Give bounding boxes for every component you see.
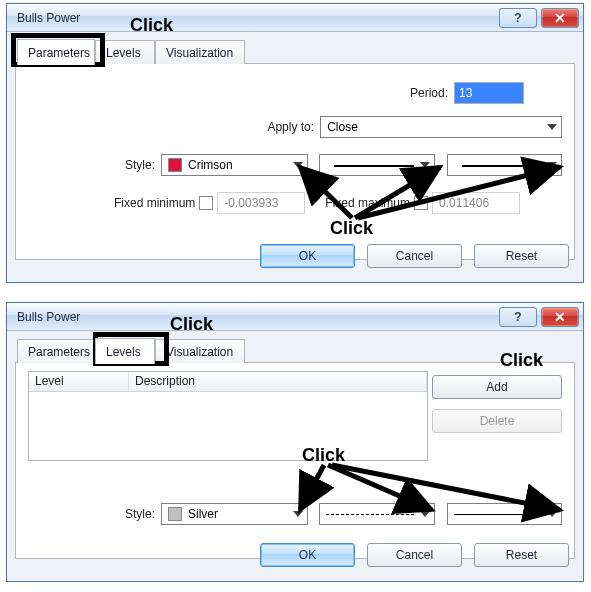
color-combo[interactable]: Crimson	[161, 154, 308, 176]
tab-levels[interactable]: Levels	[95, 40, 155, 64]
apply-to-label: Apply to:	[28, 120, 314, 134]
color-combo[interactable]: Silver	[161, 503, 308, 525]
close-button[interactable]: ✕	[541, 8, 579, 28]
reset-button[interactable]: Reset	[474, 244, 569, 268]
fixed-maximum-value[interactable]: 0.011406	[432, 192, 520, 214]
parameters-pane: Period: 13 Apply to: Close Style: Crimso…	[15, 64, 575, 260]
help-button[interactable]: ?	[499, 8, 537, 28]
style-label: Style:	[28, 507, 155, 521]
line-style-combo[interactable]	[319, 154, 434, 176]
line-style-sample	[326, 514, 413, 515]
chevron-down-icon	[420, 511, 430, 517]
ok-button[interactable]: OK	[260, 543, 355, 567]
dialog-bulls-power-levels: Bulls Power ? ✕ Parameters Levels Visual…	[6, 302, 584, 582]
titlebar[interactable]: Bulls Power ? ✕	[7, 4, 583, 32]
close-icon: ✕	[554, 11, 566, 25]
add-button[interactable]: Add	[432, 375, 562, 399]
tab-levels[interactable]: Levels	[95, 338, 155, 364]
line-width-sample	[462, 165, 541, 167]
col-description[interactable]: Description	[129, 372, 427, 391]
chevron-down-icon	[293, 511, 303, 517]
tab-parameters[interactable]: Parameters	[17, 339, 95, 363]
line-width-sample	[454, 514, 541, 515]
line-width-combo[interactable]	[447, 503, 562, 525]
reset-button[interactable]: Reset	[474, 543, 569, 567]
fixed-maximum-checkbox[interactable]	[414, 196, 428, 210]
tab-row: Parameters Levels Visualization	[15, 337, 575, 363]
color-swatch-silver	[168, 507, 182, 521]
chevron-down-icon	[547, 162, 557, 168]
tab-visualization[interactable]: Visualization	[155, 40, 245, 64]
window-title: Bulls Power	[17, 11, 80, 25]
chevron-down-icon	[293, 162, 303, 168]
period-label: Period:	[28, 86, 448, 100]
fixed-maximum-label: Fixed maximum	[325, 196, 410, 210]
line-style-combo[interactable]	[319, 503, 434, 525]
fixed-minimum-checkbox[interactable]	[199, 196, 213, 210]
chevron-down-icon	[547, 511, 557, 517]
close-button[interactable]: ✕	[541, 307, 579, 327]
titlebar[interactable]: Bulls Power ? ✕	[7, 303, 583, 331]
levels-list-header: Level Description	[29, 372, 427, 392]
col-level[interactable]: Level	[29, 372, 129, 391]
help-button[interactable]: ?	[499, 307, 537, 327]
line-style-sample	[334, 165, 413, 167]
chevron-down-icon	[547, 124, 557, 130]
style-label: Style:	[28, 158, 155, 172]
levels-list[interactable]: Level Description	[28, 371, 428, 461]
fixed-minimum-label: Fixed minimum	[114, 196, 195, 210]
tab-row: Parameters Levels Visualization	[15, 38, 575, 64]
levels-pane: Level Description Add Delete Style: Silv…	[15, 363, 575, 559]
cancel-button[interactable]: Cancel	[367, 543, 462, 567]
window-title: Bulls Power	[17, 310, 80, 324]
period-input[interactable]: 13	[454, 82, 524, 104]
dialog-bulls-power-parameters: Bulls Power ? ✕ Parameters Levels Visual…	[6, 3, 584, 283]
tab-visualization[interactable]: Visualization	[155, 339, 245, 363]
ok-button[interactable]: OK	[260, 244, 355, 268]
color-swatch-crimson	[168, 158, 182, 172]
line-width-combo[interactable]	[447, 154, 562, 176]
fixed-minimum-value[interactable]: -0.003933	[217, 192, 305, 214]
apply-to-combo[interactable]: Close	[320, 116, 562, 138]
cancel-button[interactable]: Cancel	[367, 244, 462, 268]
button-row: OK Cancel Reset	[7, 543, 583, 573]
chevron-down-icon	[420, 162, 430, 168]
delete-button: Delete	[432, 409, 562, 433]
close-icon: ✕	[554, 310, 566, 324]
tab-parameters[interactable]: Parameters	[17, 39, 95, 65]
button-row: OK Cancel Reset	[7, 244, 583, 274]
